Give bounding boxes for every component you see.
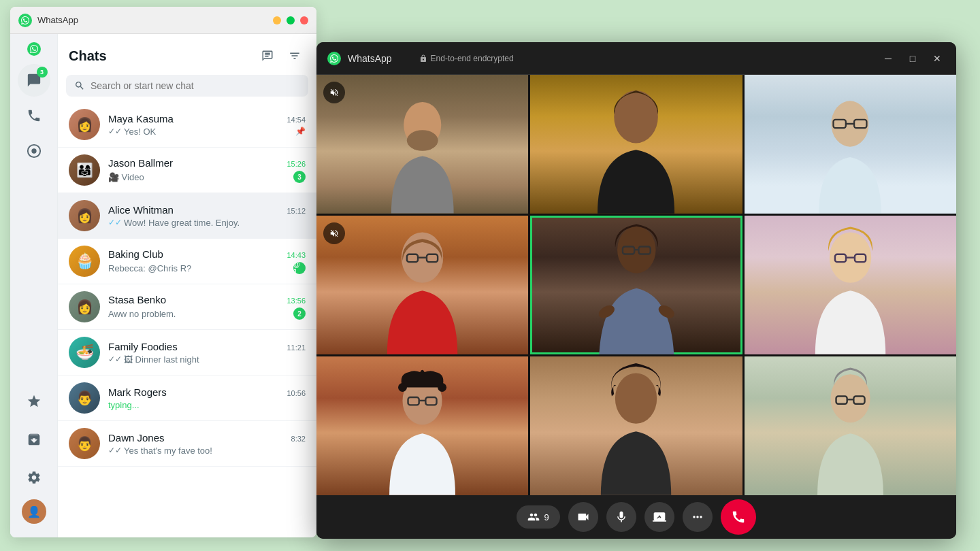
unread-badge-jason: 3 xyxy=(293,171,306,183)
svg-point-3 xyxy=(407,131,438,152)
app-layout: 3 👤 xyxy=(10,34,316,537)
mute-indicator-1 xyxy=(323,82,345,103)
main-whatsapp-window: WhatsApp ─ □ ✕ 3 xyxy=(10,7,316,537)
video-maximize-btn[interactable]: □ xyxy=(904,50,921,67)
mute-indicator-4 xyxy=(323,222,345,244)
chat-info-baking: Baking Club 14:43 Rebecca: @Chris R? @ 1 xyxy=(108,248,306,274)
tick-icon: ✓✓ xyxy=(108,127,122,136)
chat-item-stasa-benko[interactable]: 👩 Stasa Benko 13:56 Aww no problem. 2 xyxy=(58,284,316,330)
chat-name-dawn: Dawn Jones xyxy=(108,432,165,444)
header-actions xyxy=(257,45,306,67)
video-controls-bar: 9 xyxy=(316,495,956,539)
screen-share-button[interactable] xyxy=(644,502,674,532)
avatar-alice-whitman: 👩 xyxy=(69,200,100,231)
chat-name-maya: Maya Kasuma xyxy=(108,113,174,124)
svg-point-28 xyxy=(438,383,446,392)
video-cell-3 xyxy=(745,75,956,214)
chat-preview-baking: Rebecca: @Chris R? xyxy=(108,263,293,273)
video-close-btn[interactable]: ✕ xyxy=(929,50,945,67)
avatar-mark-rogers: 👨 xyxy=(69,382,100,414)
participants-button[interactable]: 9 xyxy=(517,505,559,529)
avatar-jason-ballmer: 👨‍👩‍👧 xyxy=(69,154,100,186)
sidebar: 3 👤 xyxy=(10,34,58,537)
video-toggle-button[interactable] xyxy=(568,502,598,532)
avatar-family-foodies: 🍜 xyxy=(69,337,100,368)
maximize-button[interactable]: □ xyxy=(287,16,295,24)
chat-item-maya-kasuma[interactable]: 👩 Maya Kasuma 14:54 ✓✓ Yes! OK 📌 xyxy=(58,102,316,148)
video-cell-1 xyxy=(316,75,528,214)
chat-info-stasa: Stasa Benko 13:56 Aww no problem. 2 xyxy=(108,294,306,320)
video-whatsapp-logo xyxy=(327,52,341,65)
chat-time-stasa: 13:56 xyxy=(287,297,306,305)
search-bar xyxy=(66,75,308,97)
chat-item-alice-whitman[interactable]: 👩 Alice Whitman 15:12 ✓✓ Wow! Have great… xyxy=(58,193,316,239)
sidebar-logo xyxy=(27,42,41,56)
video-grid xyxy=(316,75,956,495)
chat-name-mark: Mark Rogers xyxy=(108,386,167,398)
svg-point-1 xyxy=(31,148,36,153)
video-title-controls: ─ □ ✕ xyxy=(880,50,945,67)
chat-list: 👩 Maya Kasuma 14:54 ✓✓ Yes! OK 📌 xyxy=(58,102,316,537)
e2e-text: End-to-end endcrypted xyxy=(431,54,514,63)
chat-time-dawn: 8:32 xyxy=(291,435,306,443)
video-cell-2 xyxy=(530,75,742,214)
sidebar-item-status[interactable] xyxy=(18,135,50,167)
chat-panel: Chats 👩 xyxy=(58,34,316,537)
avatar-stasa-benko: 👩 xyxy=(69,291,100,322)
title-bar: WhatsApp ─ □ ✕ xyxy=(10,7,316,34)
pin-icon: 📌 xyxy=(295,127,306,136)
chat-name-family: Family Foodies xyxy=(108,341,178,352)
sidebar-item-calls[interactable] xyxy=(18,99,50,132)
avatar-baking-club: 🧁 xyxy=(69,246,100,277)
chat-item-mark-rogers[interactable]: 👨 Mark Rogers 10:56 typing... xyxy=(58,375,316,421)
whatsapp-logo xyxy=(18,14,32,27)
mic-toggle-button[interactable] xyxy=(606,502,636,532)
search-input[interactable] xyxy=(91,80,300,91)
chat-time-jason: 15:26 xyxy=(287,160,306,168)
video-cell-8 xyxy=(530,356,742,495)
video-cell-6 xyxy=(745,216,956,354)
chat-item-jason-ballmer[interactable]: 👨‍👩‍👧 Jason Ballmer 15:26 🎥 Video 3 xyxy=(58,148,316,193)
chat-time-alice: 15:12 xyxy=(287,207,306,215)
chat-item-dawn-jones[interactable]: 👨 Dawn Jones 8:32 ✓✓ Yes that's my fave … xyxy=(58,421,316,467)
chat-name-alice: Alice Whitman xyxy=(108,204,174,216)
mention-badge-baking: @ 1 xyxy=(293,262,306,274)
chat-preview-alice: ✓✓ Wow! Have great time. Enjoy. xyxy=(108,218,306,228)
svg-point-27 xyxy=(398,383,407,392)
search-icon xyxy=(74,80,85,91)
more-options-button[interactable] xyxy=(683,502,713,532)
chat-info-dawn: Dawn Jones 8:32 ✓✓ Yes that's my fave to… xyxy=(108,432,306,456)
user-avatar[interactable]: 👤 xyxy=(22,499,46,524)
close-button[interactable]: ✕ xyxy=(300,16,308,24)
end-call-button[interactable] xyxy=(721,499,756,535)
sidebar-item-chats[interactable]: 3 xyxy=(18,64,50,97)
sidebar-item-archived[interactable] xyxy=(18,423,50,456)
minimize-button[interactable]: ─ xyxy=(273,16,281,24)
tick-icon-dawn: ✓✓ xyxy=(108,446,122,455)
video-cell-5 xyxy=(530,216,742,354)
chat-preview-family: ✓✓ 🖼 Dinner last night xyxy=(108,354,306,365)
video-title-text: WhatsApp xyxy=(348,53,392,64)
chat-preview-mark: typing... xyxy=(108,400,306,410)
svg-point-29 xyxy=(615,373,657,424)
filter-button[interactable] xyxy=(284,45,306,67)
chat-preview-maya: ✓✓ Yes! OK xyxy=(108,127,295,137)
chat-item-baking-club[interactable]: 🧁 Baking Club 14:43 Rebecca: @Chris R? @… xyxy=(58,239,316,284)
video-minimize-btn[interactable]: ─ xyxy=(880,50,896,67)
tick-icon-family: ✓✓ xyxy=(108,354,122,364)
chat-time-baking: 14:43 xyxy=(287,251,306,259)
new-chat-button[interactable] xyxy=(257,45,278,67)
chat-time-maya: 14:54 xyxy=(287,116,306,124)
chat-name-jason: Jason Ballmer xyxy=(108,157,173,169)
video-call-window: WhatsApp End-to-end endcrypted ─ □ ✕ xyxy=(316,42,956,539)
title-bar-controls: ─ □ ✕ xyxy=(273,16,308,24)
title-bar-title: WhatsApp xyxy=(37,15,78,25)
chat-name-stasa: Stasa Benko xyxy=(108,294,166,305)
chat-item-family-foodies[interactable]: 🍜 Family Foodies 11:21 ✓✓ 🖼 Dinner last … xyxy=(58,330,316,375)
chat-preview-stasa: Aww no problem. xyxy=(108,309,293,319)
sidebar-item-starred[interactable] xyxy=(18,385,50,418)
participants-count: 9 xyxy=(544,512,549,522)
chat-preview-dawn: ✓✓ Yes that's my fave too! xyxy=(108,446,306,456)
sidebar-item-settings[interactable] xyxy=(18,461,50,494)
chat-time-family: 11:21 xyxy=(287,344,306,352)
